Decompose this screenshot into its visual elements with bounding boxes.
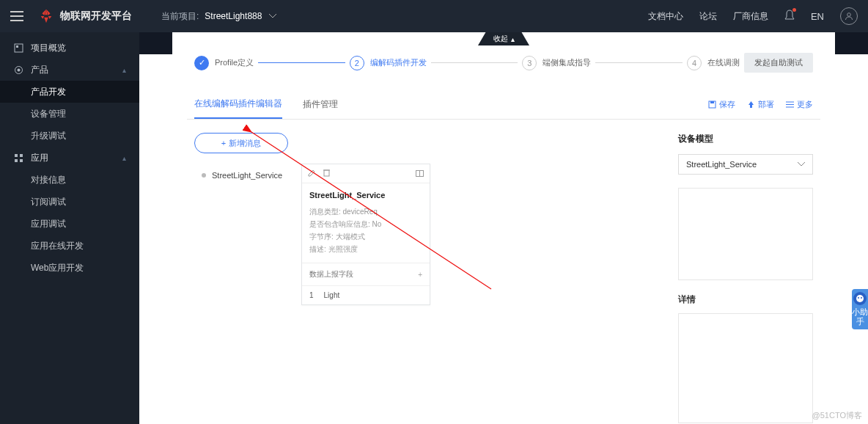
- tab-row: 在线编解码插件编辑器 插件管理 保存 部署 更多: [187, 90, 820, 120]
- device-model-select[interactable]: StreetLight_Service: [678, 154, 813, 175]
- svg-rect-6: [20, 154, 23, 157]
- add-field-icon[interactable]: +: [418, 271, 422, 279]
- message-card: StreetLight_Service 消息类型: deviceReq 是否包含…: [301, 164, 430, 305]
- product-icon: [13, 65, 23, 75]
- step-connector: [595, 62, 683, 63]
- svg-rect-10: [710, 101, 714, 103]
- chevron-up-icon: ▴: [122, 66, 126, 74]
- svg-rect-7: [15, 159, 18, 162]
- sidebar-item-device-mgmt[interactable]: 设备管理: [0, 103, 139, 125]
- sidebar-item-app-debug[interactable]: 应用调试: [0, 213, 139, 235]
- collapse-tab[interactable]: 收起 ▴: [478, 32, 529, 45]
- tab-plugin-manage[interactable]: 插件管理: [303, 91, 338, 118]
- model-box: [678, 188, 813, 280]
- svg-point-0: [847, 13, 851, 17]
- menu-icon[interactable]: [10, 11, 23, 21]
- svg-rect-2: [16, 45, 18, 48]
- card-title: StreetLight_Service: [309, 191, 422, 200]
- vendor-link[interactable]: 厂商信息: [733, 10, 768, 23]
- chevron-down-icon: [269, 14, 276, 18]
- card-endian: 字节序: 大端模式: [309, 230, 422, 243]
- add-message-button[interactable]: + 新增消息: [194, 133, 288, 153]
- user-avatar-icon[interactable]: [840, 7, 858, 25]
- forum-link[interactable]: 论坛: [699, 10, 717, 23]
- detail-title: 详情: [678, 293, 813, 306]
- helper-float-button[interactable]: 小助手: [852, 289, 868, 329]
- save-icon: [708, 100, 716, 109]
- service-name: StreetLight_Service: [212, 171, 282, 180]
- card-toolbar: [302, 164, 430, 183]
- step-1[interactable]: ✓ Profile定义: [194, 56, 254, 70]
- platform-name: 物联网开发平台: [60, 10, 132, 23]
- step-number: 4: [687, 56, 702, 70]
- sidebar-item-app[interactable]: 应用 ▴: [0, 147, 139, 169]
- step-4[interactable]: 4 在线调测: [687, 56, 740, 70]
- detail-box: [678, 313, 813, 423]
- logo-area: 物联网开发平台: [38, 8, 132, 24]
- action-label: 保存: [719, 99, 735, 110]
- step-3[interactable]: 3 端侧集成指导: [522, 56, 591, 70]
- svg-rect-1: [15, 44, 23, 52]
- section-label: 数据上报字段: [309, 269, 353, 279]
- check-icon: ✓: [194, 56, 209, 70]
- edit-icon[interactable]: [308, 169, 316, 178]
- sidebar-item-overview[interactable]: 项目概览: [0, 37, 139, 59]
- sidebar-item-product-dev[interactable]: 产品开发: [0, 81, 139, 103]
- step-label: 在线调测: [707, 57, 740, 68]
- card-body: StreetLight_Service 消息类型: deviceReq 是否包含…: [302, 183, 430, 263]
- sidebar-item-app-online-dev[interactable]: 应用在线开发: [0, 235, 139, 257]
- svg-point-21: [858, 297, 859, 299]
- sidebar-label: 项目概览: [31, 42, 66, 54]
- svg-point-22: [861, 297, 862, 299]
- plus-icon: +: [221, 139, 226, 147]
- app-icon: [13, 153, 23, 163]
- collapse-label: 收起: [493, 34, 508, 44]
- save-button[interactable]: 保存: [708, 99, 735, 110]
- step-number: 2: [350, 56, 364, 70]
- step-connector: [258, 62, 345, 63]
- sidebar: 项目概览 产品 ▴ 产品开发 设备管理 升级调试 应用 ▴ 对接信息 订阅调试 …: [0, 32, 139, 424]
- sidebar-label: 产品: [31, 64, 48, 76]
- svg-rect-14: [324, 170, 329, 176]
- docs-link[interactable]: 文档中心: [648, 10, 683, 23]
- language-toggle[interactable]: EN: [811, 11, 824, 22]
- model-selected-value: StreetLight_Service: [686, 160, 757, 169]
- svg-point-20: [856, 295, 864, 302]
- body-split: + 新增消息 StreetLight_Service: [187, 120, 820, 423]
- project-selector[interactable]: StreetLight888: [205, 11, 276, 21]
- notification-dot: [792, 8, 796, 12]
- field-row[interactable]: 1 Light: [302, 285, 430, 304]
- more-icon: [786, 101, 794, 108]
- self-test-button[interactable]: 发起自助测试: [744, 53, 813, 73]
- sidebar-item-subscribe-debug[interactable]: 订阅调试: [0, 191, 139, 213]
- overview-icon: [13, 43, 23, 53]
- delete-icon[interactable]: [323, 169, 330, 178]
- sidebar-item-web-app-dev[interactable]: Web应用开发: [0, 257, 139, 279]
- card-section-header: 数据上报字段 +: [302, 263, 430, 285]
- svg-rect-8: [20, 159, 23, 162]
- sidebar-item-upgrade-debug[interactable]: 升级调试: [0, 125, 139, 147]
- sidebar-label: 应用: [31, 152, 48, 164]
- add-msg-label: 新增消息: [229, 138, 261, 149]
- notification-bell-icon[interactable]: [784, 10, 795, 23]
- step-2[interactable]: 2 编解码插件开发: [350, 56, 427, 70]
- tab-codec-editor[interactable]: 在线编解码插件编辑器: [194, 90, 282, 119]
- step-label: 端侧集成指导: [542, 57, 591, 68]
- step-label: Profile定义: [215, 57, 254, 68]
- more-button[interactable]: 更多: [786, 99, 813, 110]
- deploy-button[interactable]: 部署: [747, 99, 774, 110]
- expand-icon[interactable]: [416, 169, 424, 178]
- helper-face-icon: [853, 292, 867, 305]
- field-name: Light: [324, 291, 340, 299]
- status-dot-icon: [202, 173, 206, 178]
- sidebar-item-conn-info[interactable]: 对接信息: [0, 169, 139, 191]
- card-msg-type: 消息类型: deviceReq: [309, 205, 422, 218]
- svg-rect-5: [15, 154, 18, 157]
- card-has-response: 是否包含响应信息: No: [309, 218, 422, 230]
- field-index: 1: [309, 291, 314, 299]
- watermark: @51CTO博客: [812, 410, 862, 421]
- sidebar-item-product[interactable]: 产品 ▴: [0, 59, 139, 81]
- left-column: + 新增消息 StreetLight_Service: [194, 133, 663, 423]
- project-name: StreetLight888: [205, 11, 262, 21]
- chevron-down-icon: [798, 162, 805, 167]
